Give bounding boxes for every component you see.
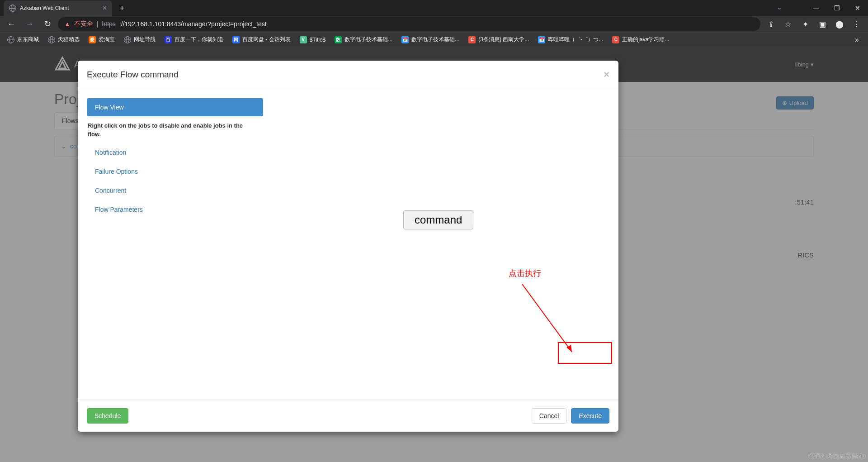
schedule-button[interactable]: Schedule [87, 408, 128, 424]
sidepanel-icon[interactable]: ▣ [815, 18, 830, 30]
url-scheme: https [102, 20, 116, 28]
bookmark-icon: 📅 [401, 36, 409, 43]
bookmark-label: 正确的java学习顺... [622, 36, 669, 43]
bookmark-item[interactable]: V$Title$ [296, 34, 330, 45]
bookmark-label: 爱淘宝 [99, 36, 115, 43]
modal-body: Flow View Right click on the jobs to dis… [78, 89, 618, 400]
sidebar-item-concurrent[interactable]: Concurrent [87, 181, 263, 200]
bookmark-icon [48, 36, 55, 43]
bookmark-item[interactable]: 📅数字电子技术基础... [398, 34, 463, 45]
bookmark-icon: 百 [165, 36, 172, 43]
bookmark-item[interactable]: 爱爱淘宝 [85, 34, 118, 45]
bookmark-icon: 📅 [538, 36, 545, 43]
bookmark-label: $Title$ [310, 37, 326, 43]
bookmark-icon [124, 36, 131, 43]
bookmark-item[interactable]: 📅哔哩哔哩（゜-゜）つ... [534, 34, 607, 45]
new-tab-button[interactable]: + [116, 2, 128, 14]
bookmarks-overflow-icon[interactable]: » [849, 36, 864, 44]
reload-button[interactable]: ↻ [40, 18, 55, 30]
bookmark-icon: 数 [335, 36, 342, 43]
execute-button[interactable]: Execute [571, 408, 609, 424]
bookmark-item[interactable]: 数数字电子技术基础... [331, 34, 396, 45]
modal-title: Execute Flow command [87, 70, 179, 80]
execute-flow-modal: Execute Flow command × Flow View Right c… [78, 61, 618, 432]
bookmark-item[interactable]: 百百度一下，你就知道 [161, 34, 227, 45]
bookmark-icon: C [468, 36, 476, 43]
flow-view-description: Right click on the jobs to disable and e… [87, 117, 254, 143]
bookmark-icon [7, 36, 14, 43]
insecure-label: 不安全 [74, 20, 93, 28]
warning-icon: ▲ [64, 20, 71, 28]
tab-list-chevron-icon[interactable]: ⌄ [777, 4, 782, 11]
bookmark-label: 天猫精选 [58, 36, 80, 43]
address-bar: ← → ↻ ▲ 不安全 | https://192.168.1.101:8443… [0, 16, 868, 32]
bookmark-item[interactable]: 网百度网盘 - 会话列表 [229, 34, 294, 45]
menu-icon[interactable]: ⋮ [849, 18, 864, 30]
close-window-button[interactable]: ✕ [847, 0, 868, 16]
modal-header: Execute Flow command × [78, 61, 618, 89]
url-input[interactable]: ▲ 不安全 | https://192.168.1.101:8443/manag… [58, 17, 760, 31]
globe-icon [9, 5, 16, 12]
close-icon[interactable]: × [604, 69, 609, 81]
extensions-icon[interactable]: ✦ [797, 18, 813, 30]
star-icon[interactable]: ☆ [780, 18, 796, 30]
bookmark-label: 数字电子技术基础... [411, 36, 459, 43]
back-button[interactable]: ← [4, 18, 19, 30]
bookmark-icon: C [612, 36, 619, 43]
tab-close-icon[interactable]: × [103, 4, 107, 12]
bookmark-item[interactable]: 网址导航 [120, 34, 159, 45]
bookmark-icon: V [300, 36, 307, 43]
browser-chrome: Azkaban Web Client × + ⌄ — ❐ ✕ ← → ↻ ▲ 不… [0, 0, 868, 47]
sidebar-item-notification[interactable]: Notification [87, 143, 263, 162]
watermark: CSDN @毫无感情的o [808, 452, 865, 460]
bookmark-label: 哔哩哔哩（゜-゜）つ... [548, 36, 603, 43]
minimize-button[interactable]: — [806, 0, 826, 16]
bookmark-label: 网址导航 [134, 36, 156, 43]
modal-sidebar: Flow View Right click on the jobs to dis… [87, 98, 263, 391]
bookmark-item[interactable]: 天猫精选 [44, 34, 83, 45]
window-controls: — ❐ ✕ [806, 0, 868, 16]
bookmark-icon: 网 [232, 36, 240, 43]
job-node-command[interactable]: command [403, 210, 473, 229]
tab-title: Azkaban Web Client [20, 5, 69, 11]
flow-canvas[interactable]: command [263, 98, 609, 391]
bookmark-item[interactable]: 京东商城 [4, 34, 42, 45]
bookmarks-bar: 京东商城天猫精选爱爱淘宝网址导航百百度一下，你就知道网百度网盘 - 会话列表V$… [0, 32, 868, 47]
bookmark-icon: 爱 [89, 36, 96, 43]
bookmark-item[interactable]: C(3条消息) 西南大学... [465, 34, 533, 45]
url-sep: | [97, 20, 99, 28]
profile-icon[interactable]: ⬤ [832, 18, 847, 30]
cancel-button[interactable]: Cancel [532, 408, 567, 424]
maximize-button[interactable]: ❐ [826, 0, 847, 16]
bookmark-label: 百度网盘 - 会话列表 [242, 36, 291, 43]
browser-tab[interactable]: Azkaban Web Client × [4, 0, 112, 16]
bookmark-label: (3条消息) 西南大学... [478, 36, 529, 43]
modal-footer: Schedule Cancel Execute [78, 400, 618, 432]
forward-button: → [22, 18, 37, 30]
bookmark-label: 百度一下，你就知道 [175, 36, 223, 43]
bookmark-item[interactable]: C正确的java学习顺... [609, 34, 673, 45]
bookmark-label: 京东商城 [17, 36, 39, 43]
sidebar-item-flow-parameters[interactable]: Flow Parameters [87, 200, 263, 219]
annotation-text: 点击执行 [509, 268, 541, 279]
toolbar-right: ⇪ ☆ ✦ ▣ ⬤ ⋮ [763, 18, 864, 30]
share-icon[interactable]: ⇪ [763, 18, 778, 30]
sidebar-item-failure-options[interactable]: Failure Options [87, 162, 263, 181]
url-text: ://192.168.1.101:8443/manager?project=pr… [119, 20, 267, 28]
tab-bar: Azkaban Web Client × + ⌄ — ❐ ✕ [0, 0, 868, 16]
sidebar-item-flow-view[interactable]: Flow View [87, 98, 263, 116]
bookmark-label: 数字电子技术基础... [344, 36, 392, 43]
